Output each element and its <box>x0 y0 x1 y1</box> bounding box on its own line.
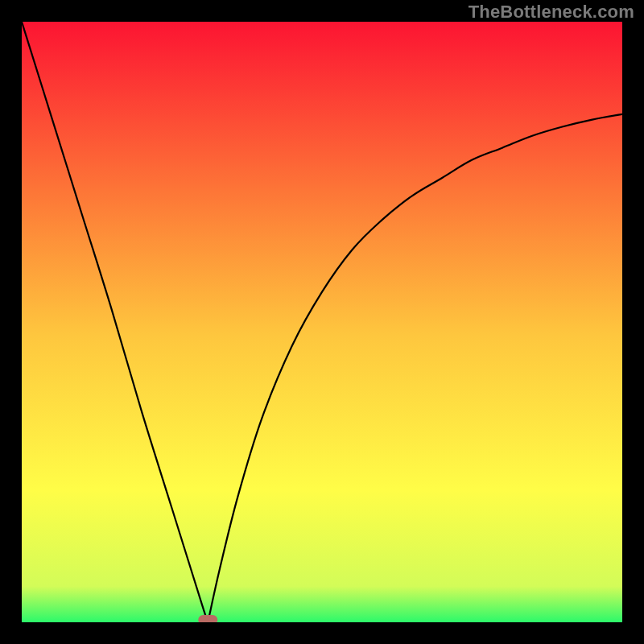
gradient-background <box>22 22 622 622</box>
bottleneck-chart <box>22 22 622 622</box>
optimum-marker <box>198 615 217 622</box>
chart-frame <box>22 22 622 622</box>
watermark-text: TheBottleneck.com <box>469 2 634 23</box>
